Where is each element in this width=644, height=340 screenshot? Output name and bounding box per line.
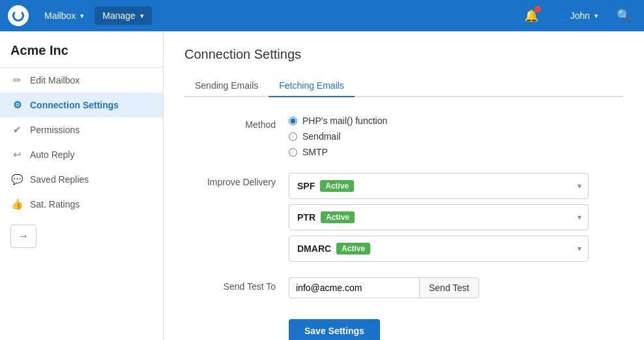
search-icon: 🔍 <box>617 8 631 23</box>
sidebar-item-connection-settings[interactable]: ⚙ Connection Settings <box>0 93 163 117</box>
manage-nav-label: Manage <box>102 10 136 21</box>
sidebar-item-saved-replies[interactable]: 💬 Saved Replies <box>0 167 163 192</box>
sidebar-item-label: Edit Mailbox <box>30 75 80 85</box>
save-settings-button[interactable]: Save Settings <box>289 319 380 340</box>
sidebar-item-label: Auto Reply <box>30 149 74 160</box>
sidebar: Acme Inc ✏ Edit Mailbox ⚙ Connection Set… <box>0 31 164 340</box>
send-test-btn-label: Send Test <box>429 283 469 293</box>
improve-delivery-label: Improve Delivery <box>184 173 289 187</box>
radio-smtp[interactable]: SMTP <box>289 147 623 157</box>
thumbsup-icon: 👍 <box>10 198 23 210</box>
user-menu-btn[interactable]: 👤 John ▾ <box>549 7 606 25</box>
save-row: Save Settings <box>184 314 623 340</box>
ptr-badge: Active <box>321 211 355 223</box>
delivery-options: SPF Active ▾ PTR Active ▾ DMARC Active ▾ <box>289 173 623 262</box>
radio-sendmail-input[interactable] <box>289 132 297 141</box>
main-content: Connection Settings Sending Emails Fetch… <box>164 31 644 340</box>
user-caret: ▾ <box>594 12 598 20</box>
mailbox-nav-label: Mailbox <box>44 10 76 21</box>
sidebar-collapse-btn[interactable]: → <box>10 224 37 248</box>
manage-nav-btn[interactable]: Manage ▾ <box>95 7 152 25</box>
radio-smtp-input[interactable] <box>289 148 297 157</box>
dmarc-dropdown[interactable]: DMARC Active ▾ <box>289 236 589 262</box>
tab-fetching-label: Fetching Emails <box>279 80 344 91</box>
user-label: John <box>570 10 590 21</box>
dmarc-badge: Active <box>336 243 370 255</box>
ptr-label: PTR <box>297 212 315 223</box>
sidebar-item-edit-mailbox[interactable]: ✏ Edit Mailbox <box>0 68 163 93</box>
sidebar-item-label: Sat. Ratings <box>30 199 80 209</box>
company-name: Acme Inc <box>0 31 163 68</box>
topnav: Mailbox ▾ Manage ▾ 🔔 👤 John ▾ 🔍 <box>0 0 644 31</box>
notification-badge <box>534 6 541 12</box>
ptr-chevron-icon: ▾ <box>578 213 581 222</box>
send-test-row: Send Test To Send Test <box>184 277 623 298</box>
radio-smtp-label: SMTP <box>302 147 328 157</box>
manage-caret: ▾ <box>140 12 144 20</box>
radio-php-mail[interactable]: PHP's mail() function <box>289 116 623 126</box>
send-test-content: Send Test <box>289 277 623 298</box>
user-icon: 👤 <box>557 10 568 21</box>
notifications-btn[interactable]: 🔔 <box>519 6 544 25</box>
send-test-label: Send Test To <box>184 277 289 292</box>
sidebar-item-sat-ratings[interactable]: 👍 Sat. Ratings <box>0 192 163 217</box>
edit-icon: ✏ <box>10 74 23 86</box>
main-layout: Acme Inc ✏ Edit Mailbox ⚙ Connection Set… <box>0 31 644 340</box>
reply-icon: ↩ <box>10 149 23 161</box>
spf-dropdown[interactable]: SPF Active ▾ <box>289 173 589 199</box>
send-test-button[interactable]: Send Test <box>419 277 479 298</box>
save-content: Save Settings <box>289 314 623 340</box>
send-test-group: Send Test <box>289 277 623 298</box>
logo-icon <box>12 10 24 22</box>
delivery-group: SPF Active ▾ PTR Active ▾ DMARC Active ▾ <box>289 173 623 262</box>
search-btn[interactable]: 🔍 <box>611 6 636 25</box>
gear-icon: ⚙ <box>10 99 23 111</box>
mailbox-nav-btn[interactable]: Mailbox ▾ <box>37 7 92 25</box>
dmarc-chevron-icon: ▾ <box>578 244 581 253</box>
sidebar-item-label: Connection Settings <box>30 100 119 110</box>
sidebar-item-label: Permissions <box>30 125 80 135</box>
tab-sending-emails[interactable]: Sending Emails <box>184 75 269 97</box>
logo <box>8 5 29 26</box>
method-row: Method PHP's mail() function Sendmail SM… <box>184 116 623 157</box>
radio-php-mail-label: PHP's mail() function <box>302 116 387 126</box>
spf-chevron-icon: ▾ <box>578 181 581 191</box>
spf-label: SPF <box>297 181 315 191</box>
page-title: Connection Settings <box>184 47 623 62</box>
tab-fetching-emails[interactable]: Fetching Emails <box>269 75 355 97</box>
mailbox-caret: ▾ <box>80 12 84 20</box>
dmarc-label: DMARC <box>297 243 331 254</box>
radio-group-method: PHP's mail() function Sendmail SMTP <box>289 116 623 157</box>
chat-icon: 💬 <box>10 174 23 185</box>
sidebar-item-label: Saved Replies <box>30 174 89 185</box>
spf-badge: Active <box>320 180 354 192</box>
tab-sending-label: Sending Emails <box>195 80 258 91</box>
send-test-input[interactable] <box>289 277 419 298</box>
tabs-bar: Sending Emails Fetching Emails <box>184 75 623 97</box>
sidebar-item-auto-reply[interactable]: ↩ Auto Reply <box>0 142 163 167</box>
topnav-right: 🔔 👤 John ▾ 🔍 <box>519 6 636 25</box>
radio-php-mail-input[interactable] <box>289 117 297 125</box>
arrow-right-icon: → <box>18 230 29 242</box>
method-options: PHP's mail() function Sendmail SMTP <box>289 116 623 157</box>
save-btn-label: Save Settings <box>304 326 364 336</box>
sidebar-item-permissions[interactable]: ✔ Permissions <box>0 117 163 142</box>
check-icon: ✔ <box>10 124 23 136</box>
radio-sendmail-label: Sendmail <box>302 131 340 142</box>
method-label: Method <box>184 116 289 130</box>
improve-delivery-row: Improve Delivery SPF Active ▾ PTR Active… <box>184 173 623 262</box>
ptr-dropdown[interactable]: PTR Active ▾ <box>289 204 589 230</box>
radio-sendmail[interactable]: Sendmail <box>289 131 623 142</box>
